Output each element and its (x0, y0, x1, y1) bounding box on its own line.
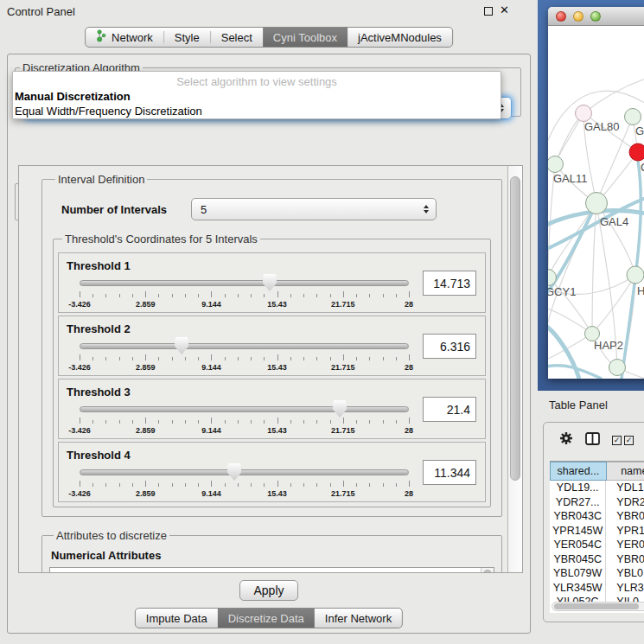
network-node[interactable] (609, 360, 626, 376)
network-canvas[interactable]: GAL80 GAL11 GAL4 GCY1 HAP2 G C H (548, 26, 644, 379)
network-node-selected[interactable] (629, 143, 644, 161)
network-node-gal11[interactable] (548, 156, 564, 173)
slider-thumb[interactable] (333, 400, 347, 418)
tab-infer-network[interactable]: Infer Network (315, 609, 402, 628)
cell-name[interactable]: YER0 (605, 538, 644, 552)
zoom-traffic-light-icon[interactable] (590, 11, 601, 22)
attribute-item[interactable]: SelfLoops (50, 571, 494, 572)
network-node[interactable] (627, 266, 644, 284)
cell-name[interactable]: YBR0 (605, 509, 644, 524)
table-row[interactable]: YER054CYER0 (550, 538, 644, 552)
combo-arrows-icon (424, 205, 429, 214)
table-row[interactable]: YDL19...YDL1 (550, 481, 644, 495)
horizontal-scrollbar-thumb[interactable] (554, 603, 639, 609)
tab-jactivemnodules[interactable]: jActiveMNodules (348, 28, 452, 47)
slider-track[interactable] (80, 343, 409, 349)
cell-name[interactable]: YDR2 (605, 495, 644, 510)
attribute-items: SelfLoopsTopologicalCoefficientBetweenne… (50, 571, 494, 572)
tick-mark (80, 481, 80, 487)
slider-thumb[interactable] (227, 463, 241, 481)
threshold-value-field[interactable]: 14.713 (423, 271, 476, 296)
tick-label: 2.859 (136, 426, 156, 435)
close-traffic-light-icon[interactable] (556, 11, 566, 22)
tab-select[interactable]: Select (211, 28, 263, 47)
threshold-value-field[interactable]: 6.316 (423, 334, 476, 359)
network-node-gal80[interactable] (576, 105, 592, 122)
dropdown-option-manual-discretization[interactable]: Manual Discretization (13, 89, 501, 104)
tab-discretize-data[interactable]: Discretize Data (218, 609, 315, 628)
table-row[interactable]: YBR043CYBR0 (550, 509, 644, 524)
slider-track[interactable] (80, 406, 409, 412)
network-node[interactable] (625, 109, 641, 125)
slider-tick-labels: -3.4262.8599.14415.4321.71528 (80, 426, 409, 435)
tab-network[interactable]: Network (86, 28, 163, 47)
minimize-traffic-light-icon[interactable] (573, 11, 583, 22)
table-row[interactable]: YBR045CYBR0 (550, 552, 644, 567)
split-panel-icon[interactable] (585, 432, 600, 449)
tick-mark (105, 294, 106, 297)
threshold-value-field[interactable]: 21.4 (423, 397, 476, 422)
cell-name[interactable]: YBR0 (605, 552, 644, 567)
cell-shared-name[interactable]: YBL079W (550, 567, 605, 579)
tick-label: 9.144 (201, 363, 221, 372)
tick-label: 21.715 (331, 426, 355, 435)
checkbox-icon[interactable]: ✓ (612, 436, 622, 445)
network-node-gal4[interactable] (586, 193, 608, 214)
column-header-shared-name[interactable]: shared... (550, 462, 607, 481)
checkbox-icon[interactable]: ✓ (624, 436, 634, 445)
tab-cyni-toolbox-label: Cyni Toolbox (273, 31, 337, 44)
threshold-value-field[interactable]: 11.344 (423, 460, 476, 485)
tab-impute-data[interactable]: Impute Data (136, 609, 218, 628)
slider-track[interactable] (80, 469, 409, 475)
cell-name[interactable]: YBL0 (605, 566, 644, 581)
numerical-attributes-list[interactable]: SelfLoopsTopologicalCoefficientBetweenne… (49, 567, 494, 572)
tick-mark (145, 291, 146, 297)
slider-ticks (80, 291, 409, 298)
network-window-titlebar[interactable] (548, 7, 644, 26)
cell-shared-name[interactable]: YDL19... (550, 481, 605, 494)
table-row[interactable]: YBL079WYBL0 (550, 566, 644, 581)
tick-mark (343, 291, 344, 297)
tick-mark (105, 483, 106, 487)
cell-shared-name[interactable]: YDR27... (550, 496, 605, 508)
list-scrollbar-thumb[interactable] (483, 570, 492, 572)
apply-button[interactable]: Apply (239, 580, 297, 601)
threshold-slider[interactable]: -3.4262.8599.14415.4321.71528 (80, 277, 409, 309)
cell-shared-name[interactable]: YBR043C (550, 510, 605, 522)
slider-track[interactable] (80, 280, 409, 286)
vertical-scrollbar-thumb[interactable] (510, 176, 520, 481)
cell-name[interactable]: YPR1 (605, 524, 644, 539)
cell-name[interactable]: YLR3 (605, 581, 644, 596)
cell-shared-name[interactable]: YBR045C (550, 553, 605, 565)
slider-thumb[interactable] (263, 274, 277, 291)
threshold-slider[interactable]: -3.4262.8599.14415.4321.71528 (80, 467, 409, 498)
threshold-slider[interactable]: -3.4262.8599.14415.4321.71528 (80, 404, 409, 435)
vertical-scrollbar[interactable] (507, 166, 522, 572)
table-row[interactable]: YPR145WYPR1 (550, 524, 644, 539)
threshold-slider[interactable]: -3.4262.8599.14415.4321.71528 (80, 341, 409, 372)
tick-mark (356, 294, 357, 297)
float-window-icon[interactable] (484, 7, 493, 16)
tick-label: -3.426 (68, 426, 91, 435)
cell-shared-name[interactable]: YLR345W (550, 582, 605, 594)
close-icon[interactable]: ✕ (500, 3, 509, 16)
select-columns-icons: ✓ ✓ (612, 436, 634, 445)
slider-thumb[interactable] (175, 337, 188, 354)
tick-mark (80, 354, 80, 360)
list-scrollbar[interactable] (481, 568, 494, 572)
table-horizontal-scrollbar[interactable] (552, 602, 644, 611)
cell-shared-name[interactable]: YPR145W (550, 525, 605, 537)
tab-discretize-data-label: Discretize Data (228, 612, 304, 625)
dropdown-option-equal-width-frequency[interactable]: Equal Width/Frequency Discretization (13, 104, 501, 118)
intervals-combobox[interactable]: 5 (191, 198, 437, 220)
cell-shared-name[interactable]: YER054C (550, 539, 605, 551)
tab-cyni-toolbox[interactable]: Cyni Toolbox (263, 28, 348, 47)
gear-icon[interactable] (559, 431, 573, 449)
tick-mark (185, 294, 186, 297)
table-row[interactable]: YDR27...YDR2 (550, 495, 644, 510)
table-row[interactable]: YLR345WYLR3 (550, 581, 644, 596)
table-rows: YDL19...YDL1YDR27...YDR2YBR043CYBR0YPR14… (550, 481, 644, 609)
column-header-name[interactable]: name (607, 462, 644, 481)
cell-name[interactable]: YDL1 (605, 481, 644, 495)
tab-style[interactable]: Style (164, 28, 210, 47)
